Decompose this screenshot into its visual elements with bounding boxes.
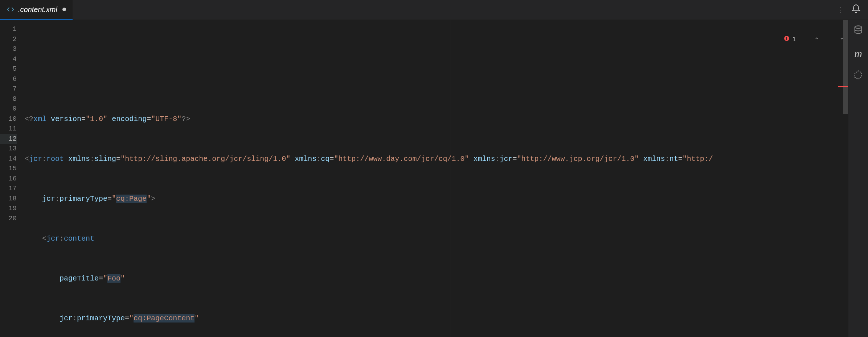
editor[interactable]: 1 2 3 4 5 6 7 8 9 10 11 12 13 14 15 16 1… bbox=[0, 20, 848, 337]
svg-point-3 bbox=[855, 26, 862, 28]
tab-bar: .content.xml ⋮ bbox=[0, 0, 868, 20]
line-number: 18 bbox=[0, 194, 17, 204]
problems-indicator[interactable]: 1 bbox=[767, 24, 846, 55]
line-number: 20 bbox=[0, 214, 17, 224]
line-number: 16 bbox=[0, 174, 17, 184]
line-number: 12 bbox=[0, 134, 17, 144]
hexagon-icon[interactable] bbox=[853, 70, 863, 82]
line-number: 4 bbox=[0, 54, 17, 65]
code-content[interactable]: 1 <?xml version="1.0" encoding="UTF-8"?>… bbox=[25, 20, 848, 337]
more-actions-icon[interactable]: ⋮ bbox=[837, 6, 844, 14]
line-number: 19 bbox=[0, 204, 17, 214]
maven-icon[interactable]: m bbox=[854, 47, 862, 60]
line-number: 3 bbox=[0, 44, 17, 54]
line-number: 17 bbox=[0, 184, 17, 194]
ruler-guide bbox=[450, 20, 450, 337]
line-number-gutter: 1 2 3 4 5 6 7 8 9 10 11 12 13 14 15 16 1… bbox=[0, 20, 25, 337]
error-count: 1 bbox=[793, 34, 796, 45]
line-number: 6 bbox=[0, 74, 17, 84]
code-line: jcr:primaryType="cq:Page"> bbox=[25, 194, 848, 204]
line-number: 2 bbox=[0, 34, 17, 45]
line-number: 11 bbox=[0, 124, 17, 134]
activity-bar-right: m bbox=[848, 20, 868, 337]
xml-file-icon bbox=[7, 5, 15, 13]
line-number: 1 bbox=[0, 24, 17, 34]
line-number: 15 bbox=[0, 164, 17, 174]
database-icon[interactable] bbox=[853, 25, 863, 37]
code-line: <jcr:content bbox=[25, 234, 848, 244]
error-marker-icon bbox=[838, 86, 848, 87]
next-error-icon[interactable] bbox=[824, 24, 846, 55]
svg-rect-2 bbox=[786, 39, 787, 40]
line-number: 13 bbox=[0, 144, 17, 154]
prev-error-icon[interactable] bbox=[799, 24, 821, 55]
line-number: 10 bbox=[0, 114, 17, 124]
line-number: 9 bbox=[0, 104, 17, 114]
line-number: 7 bbox=[0, 84, 17, 94]
tab-filename: .content.xml bbox=[18, 5, 57, 14]
code-line: <jcr:root xmlns:sling="http://sling.apac… bbox=[25, 154, 848, 164]
code-line: pageTitle="Foo" bbox=[25, 274, 848, 284]
line-number: 14 bbox=[0, 154, 17, 164]
editor-tab[interactable]: .content.xml bbox=[0, 0, 73, 20]
svg-rect-1 bbox=[786, 37, 787, 39]
error-icon bbox=[767, 24, 789, 54]
line-number: 8 bbox=[0, 94, 17, 104]
code-line: <?xml version="1.0" encoding="UTF-8"?> bbox=[25, 114, 848, 124]
notifications-icon[interactable] bbox=[851, 4, 861, 16]
unsaved-indicator-icon bbox=[62, 8, 66, 11]
code-line: jcr:primaryType="cq:PageContent" bbox=[25, 313, 848, 324]
line-number: 5 bbox=[0, 64, 17, 74]
